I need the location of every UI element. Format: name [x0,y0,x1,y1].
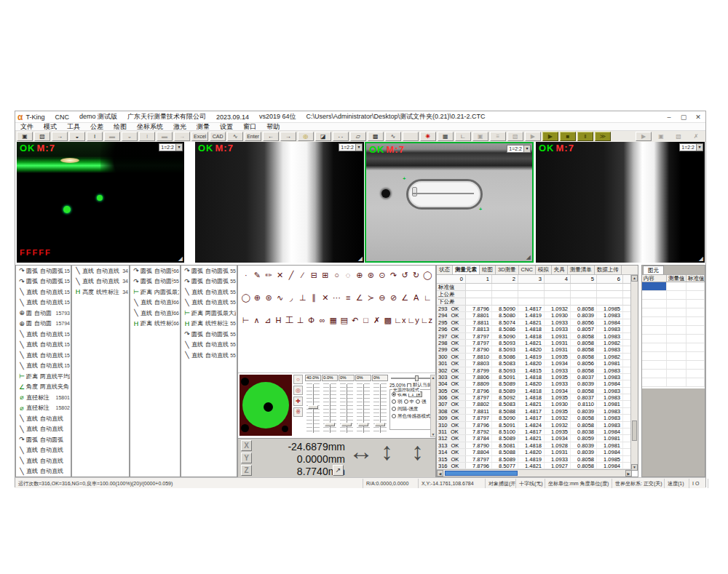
table-row[interactable]: 309OK7.87978.50901.48171.09320.80581.098… [437,415,638,421]
palette-tool-3-17-icon[interactable]: ∟z [421,315,432,325]
element-row[interactable] [642,317,705,326]
interval-intensity-radio[interactable] [392,407,396,411]
palette-tool-3-11-icon[interactable]: ↶ [350,315,360,325]
close-button[interactable]: ✕ [691,112,705,122]
feature-row[interactable]: ╲直线自动直线 [16,445,71,456]
feature-row[interactable]: ╲直线自动直线34 [72,266,129,276]
slider-thumb[interactable] [415,375,419,381]
resize-handle-icon[interactable]: ◢ [178,255,183,262]
toolbar-light-button[interactable]: ◎ [298,132,314,141]
options-scrollbar[interactable]: ▲▼ [430,375,436,437]
feature-row[interactable]: ╲直线自动直线66 [130,308,180,319]
resize-handle-icon[interactable]: ◢ [526,254,531,260]
feature-row[interactable]: ⊢距离内圆弧最大距 [130,287,180,298]
xy-jog-arrows-icon[interactable]: ↔ [349,437,373,466]
feature-row[interactable]: ⊕圆自动圆15793 [16,308,71,319]
feature-row[interactable]: ╲直线自动直线 [16,455,71,466]
table-tab-数据上传[interactable]: 数据上传 [595,266,622,274]
light-seg-4-button[interactable]: ※ [293,407,303,417]
toolbar-enter-button[interactable]: Enter [245,132,261,141]
camera-view-select[interactable]: 1=2:2▾ [339,143,363,151]
light-slider-3[interactable]: 0% [339,375,355,437]
palette-tool-1-13-icon[interactable]: ⊙ [377,270,387,280]
palette-tool-3-9-icon[interactable]: ▦ [328,315,338,325]
chevron-down-icon[interactable]: ▾ [696,144,703,151]
feature-row[interactable]: ╲直线自动直线55 [181,340,237,351]
table-tab-夹具[interactable]: 夹具 [552,266,568,274]
table-tab-3D测量[interactable]: 3D测量 [496,266,519,274]
palette-tool-1-9-icon[interactable]: ○ [332,270,342,280]
table-row[interactable]: 297OK7.87978.50901.48181.09310.80581.098… [437,333,638,340]
chevron-down-icon[interactable]: ▾ [175,144,182,151]
slider-thumb[interactable] [308,405,318,409]
feature-row[interactable]: ↷圆弧自动圆弧55 [181,276,237,287]
camera-view-2[interactable]: OKM:7 1=2:2▾ ◢ [195,142,364,263]
table-row[interactable]: 308OK7.88118.50881.48171.09350.80391.098… [437,408,638,415]
light-seg-2-button[interactable]: ◎ [293,386,303,395]
feature-row[interactable]: ╲直线自动直线15 [16,329,71,340]
menu-item-激光[interactable]: 激光 [168,122,191,132]
feature-list-1[interactable]: ↷圆弧自动圆弧15↷圆弧自动圆弧15╲直线自动直线15╲直线自动直线15⊕圆自动… [15,265,71,477]
slider-thumb[interactable] [358,423,368,426]
table-row[interactable]: 302OK7.87998.50931.48151.09330.80581.098… [437,367,638,374]
palette-tool-3-6-icon[interactable]: ⊥ [296,315,305,325]
feature-row[interactable]: ╲直线自动直线15 [16,287,71,298]
menu-item-帮助[interactable]: 帮助 [261,122,285,132]
feature-row[interactable]: ⊢距离两圆弧最大距 [181,308,237,319]
feature-row[interactable]: ⊢距离两直线平均距 [16,371,71,382]
vscroll-thumb[interactable] [632,420,637,441]
table-row[interactable]: 299OK7.87908.50931.48201.09310.80581.098… [437,346,638,353]
feature-row[interactable]: ╲直线自动直线 [16,466,71,477]
palette-tool-3-14-icon[interactable]: ▩ [383,315,392,325]
palette-tool-2-12-icon[interactable]: ≻ [366,292,376,303]
palette-tool-2-9-icon[interactable]: ⋯ [332,292,342,303]
camera-view-select[interactable]: 1=2:2▾ [507,145,531,153]
toolbar-play-button[interactable]: ▶ [525,132,541,141]
table-tab-测量元素[interactable]: 测量元素 [453,266,480,274]
palette-tool-3-1-icon[interactable]: ⊢ [241,315,250,325]
element-row[interactable] [642,291,705,300]
element-row[interactable] [642,378,705,387]
palette-tool-2-8-icon[interactable]: ✕ [320,292,331,303]
table-row[interactable]: 300OK7.88108.50861.48191.09350.80581.098… [437,354,638,360]
toolbar-blank-button[interactable] [403,132,419,141]
table-row[interactable]: 315OK7.87978.50891.48191.09330.80581.098… [437,456,638,463]
toolbar-step-back-button[interactable]: ← [263,132,279,141]
palette-tool-2-3-icon[interactable]: ⊛ [264,292,274,303]
element-row[interactable] [642,326,705,335]
feature-row[interactable]: ↷圆弧自动圆弧55 [181,266,237,276]
table-row[interactable]: 312OK7.87848.50891.48211.09340.80591.098… [437,435,638,442]
resize-handle-icon[interactable]: ◢ [358,255,363,262]
table-row[interactable]: 301OK7.88038.50831.48201.09340.80561.098… [437,360,638,367]
palette-tool-2-10-icon[interactable]: ≡ [343,292,353,303]
toolbar-save-button[interactable]: ▣ [17,132,33,141]
toolbar-probe-down-button[interactable]: ◒ [122,132,138,141]
palette-tool-1-11-icon[interactable]: ⊕ [355,270,365,280]
palette-tool-2-16-icon[interactable]: A [411,292,422,303]
menu-item-测量[interactable]: 测量 [191,122,215,132]
table-tab-测量清单[interactable]: 测量清单 [568,266,595,274]
toolbar-save3-button[interactable]: ▣ [653,132,669,141]
feature-row[interactable]: ╲直线自动直线 [16,424,71,435]
table-row[interactable]: 306OK7.87978.50921.48181.09350.80371.098… [437,394,638,401]
master-light-slider[interactable] [391,375,435,381]
table-tab-绘图[interactable]: 绘图 [480,266,496,274]
palette-tool-2-5-icon[interactable]: ◞ [286,292,296,303]
resize-handle-icon[interactable]: ◢ [699,255,703,262]
table-row[interactable]: 295OK7.88118.50741.48211.09330.80561.098… [437,319,638,326]
scroll-down-icon[interactable]: ▼ [631,464,638,471]
camera-view-4[interactable]: OKM:7 1=2:2▾ ◢ [536,142,705,263]
menu-item-绘图[interactable]: 绘图 [108,122,132,132]
table-tab-状态[interactable]: 状态 [437,266,453,274]
black-sensor-radio[interactable] [392,414,396,418]
toolbar-stage-down-button[interactable]: ▬ [157,132,173,141]
menu-item-模式[interactable]: 模式 [39,122,62,132]
table-row[interactable]: 296OK7.88138.50861.48181.09330.80571.098… [437,326,638,332]
palette-tool-1-4-icon[interactable]: ✕ [275,270,285,280]
palette-tool-1-2-icon[interactable]: ✎ [253,270,263,280]
toolbar-report-button[interactable]: ∿ [227,132,243,141]
feature-row[interactable]: ╲直线自动直线55 [181,298,237,308]
light-slider-2[interactable]: 0.0% [322,375,338,437]
table-hscrollbar[interactable]: ◀ ▶ [437,469,632,477]
palette-tool-1-12-icon[interactable]: ⊛ [366,270,376,280]
